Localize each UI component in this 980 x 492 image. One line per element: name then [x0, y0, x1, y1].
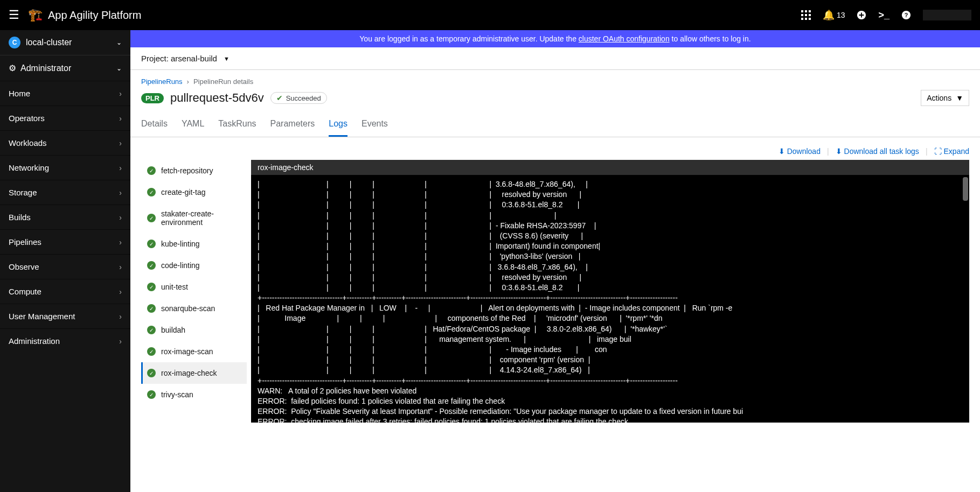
chevron-right-icon: ›	[119, 114, 122, 123]
download-all-link[interactable]: ⬇Download all task logs	[836, 147, 919, 156]
project-label: Project: arsenal-build	[141, 54, 217, 63]
task-item-rox-image-check[interactable]: ✓rox-image-check	[141, 362, 247, 384]
tab-yaml[interactable]: YAML	[182, 115, 204, 137]
tab-taskruns[interactable]: TaskRuns	[218, 115, 256, 137]
resource-badge: PLR	[141, 93, 164, 103]
task-item-fetch-repository[interactable]: ✓fetch-repository	[141, 160, 247, 181]
nav-label: Pipelines	[9, 237, 41, 247]
svg-rect-3	[801, 14, 803, 16]
hamburger-icon[interactable]: ☰	[9, 8, 19, 22]
check-circle-icon: ✓	[147, 214, 156, 222]
check-circle-icon: ✓	[147, 390, 156, 399]
cluster-selector[interactable]: C local-cluster ⌄	[0, 30, 130, 55]
task-label: unit-test	[161, 283, 188, 291]
task-label: fetch-repository	[161, 166, 213, 175]
chevron-right-icon: ›	[119, 188, 122, 197]
top-right: 🔔13 >_ ?	[801, 9, 971, 21]
perspective-selector[interactable]: ⚙ Administrator ⌄	[0, 55, 130, 81]
caret-down-icon: ▼	[956, 94, 963, 102]
task-item-buildah[interactable]: ✓buildah	[141, 319, 247, 341]
expand-icon: ⛶	[934, 147, 942, 156]
svg-rect-7	[805, 18, 807, 20]
task-label: rox-image-scan	[161, 347, 213, 356]
task-item-create-git-tag[interactable]: ✓create-git-tag	[141, 181, 247, 203]
task-label: create-git-tag	[161, 188, 205, 196]
title-row: PLR pullrequest-5dv6v ✔ Succeeded Action…	[130, 88, 980, 115]
breadcrumb: PipelineRuns › PipelineRun details	[130, 70, 980, 88]
svg-rect-2	[809, 10, 811, 12]
terminal-panel: rox-image-check | | | | | | 3.6.8-48.el8…	[251, 160, 969, 423]
chevron-right-icon: ›	[119, 213, 122, 222]
sidebar-item-user-management[interactable]: User Management›	[0, 304, 130, 328]
task-item-sonarqube-scan[interactable]: ✓sonarqube-scan	[141, 298, 247, 319]
expand-link[interactable]: ⛶Expand	[934, 147, 969, 156]
tab-events[interactable]: Events	[362, 115, 388, 137]
task-item-trivy-scan[interactable]: ✓trivy-scan	[141, 384, 247, 405]
sidebar-item-storage[interactable]: Storage›	[0, 180, 130, 205]
check-circle-icon: ✓	[147, 304, 156, 313]
add-icon[interactable]	[857, 10, 866, 20]
caret-down-icon: ▼	[224, 55, 230, 62]
terminal-icon[interactable]: >_	[878, 10, 889, 21]
chevron-right-icon: ›	[119, 139, 122, 147]
chevron-right-icon: ›	[119, 164, 122, 172]
page-title: pullrequest-5dv6v	[170, 91, 264, 105]
download-link[interactable]: ⬇Download	[779, 147, 821, 156]
sidebar-item-home[interactable]: Home›	[0, 81, 130, 106]
terminal-title: rox-image-check	[251, 160, 969, 175]
task-item-kube-linting[interactable]: ✓kube-linting	[141, 233, 247, 255]
app-logo[interactable]: 🏗️ App Agility Platform	[28, 8, 141, 22]
tab-parameters[interactable]: Parameters	[270, 115, 315, 137]
task-label: kube-linting	[161, 240, 200, 248]
chevron-right-icon: ›	[119, 312, 122, 321]
notifications-icon[interactable]: 🔔13	[823, 9, 845, 21]
tabs: DetailsYAMLTaskRunsParametersLogsEvents	[130, 115, 980, 137]
scrollbar[interactable]	[963, 177, 968, 201]
task-item-stakater-create-environment[interactable]: ✓stakater-create-environment	[141, 203, 247, 233]
chevron-right-icon: ›	[119, 263, 122, 271]
task-label: stakater-create-environment	[161, 209, 242, 227]
tab-logs[interactable]: Logs	[329, 115, 347, 137]
tab-details[interactable]: Details	[141, 115, 168, 137]
sidebar-item-workloads[interactable]: Workloads›	[0, 130, 130, 155]
breadcrumb-parent[interactable]: PipelineRuns	[141, 78, 183, 86]
banner-link[interactable]: cluster OAuth configuration	[579, 34, 670, 43]
chevron-right-icon: ›	[119, 238, 122, 247]
help-icon[interactable]: ?	[901, 10, 911, 20]
task-item-rox-image-scan[interactable]: ✓rox-image-scan	[141, 341, 247, 362]
sidebar-item-administration[interactable]: Administration›	[0, 328, 130, 353]
project-selector[interactable]: Project: arsenal-build ▼	[130, 47, 980, 70]
task-label: sonarqube-scan	[161, 304, 215, 313]
task-list: ✓fetch-repository✓create-git-tag✓stakate…	[141, 160, 247, 423]
nav-label: Storage	[9, 188, 37, 197]
sidebar-item-pipelines[interactable]: Pipelines›	[0, 229, 130, 254]
sidebar-item-compute[interactable]: Compute›	[0, 279, 130, 304]
task-label: trivy-scan	[161, 390, 193, 399]
status-text: Succeeded	[286, 94, 321, 102]
sidebar-item-builds[interactable]: Builds›	[0, 205, 130, 229]
svg-rect-8	[809, 18, 811, 20]
check-circle-icon: ✓	[147, 347, 156, 356]
task-label: buildah	[161, 326, 185, 334]
svg-rect-6	[801, 18, 803, 20]
apps-icon[interactable]	[801, 10, 811, 20]
terminal-output[interactable]: | | | | | | 3.6.8-48.el8_7.x86_64), | | …	[251, 175, 969, 423]
log-body: ✓fetch-repository✓create-git-tag✓stakate…	[130, 160, 980, 433]
task-item-unit-test[interactable]: ✓unit-test	[141, 276, 247, 298]
sidebar-item-observe[interactable]: Observe›	[0, 254, 130, 279]
sidebar-item-operators[interactable]: Operators›	[0, 106, 130, 130]
sidebar: C local-cluster ⌄ ⚙ Administrator ⌄ Home…	[0, 30, 130, 492]
check-circle-icon: ✓	[147, 369, 156, 377]
cluster-badge: C	[9, 37, 20, 48]
task-label: rox-image-check	[161, 369, 217, 377]
actions-button[interactable]: Actions ▼	[921, 90, 969, 106]
sidebar-item-networking[interactable]: Networking›	[0, 155, 130, 180]
task-item-code-linting[interactable]: ✓code-linting	[141, 255, 247, 276]
chevron-right-icon: ›	[119, 89, 122, 98]
log-toolbar: ⬇Download | ⬇Download all task logs | ⛶E…	[130, 137, 980, 160]
chevron-right-icon: ›	[119, 287, 122, 296]
user-menu[interactable]	[923, 10, 971, 20]
nav-label: Workloads	[9, 138, 47, 147]
nav-label: Builds	[9, 213, 31, 222]
gear-icon: ⚙	[9, 63, 16, 73]
